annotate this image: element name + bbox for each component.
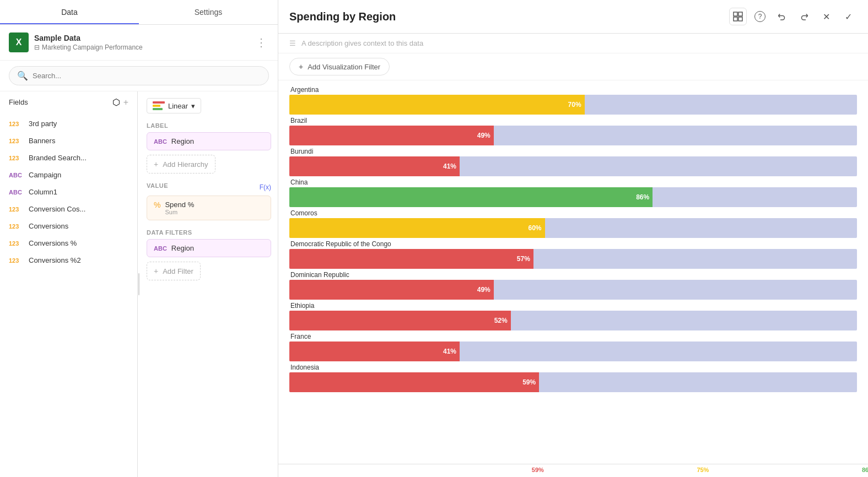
bar-percentage: 86%: [636, 193, 649, 201]
field-name: Conversions %2: [29, 256, 81, 264]
axis-marker: 86%: [862, 467, 868, 473]
bar-row: Dominican Republic 49%: [289, 271, 857, 300]
value-field-name: Spend %: [165, 200, 194, 209]
value-field-info: Spend % Sum: [165, 200, 194, 215]
right-panel: Spending by Region ? ✕ ✓ ☰ A descripti: [278, 0, 868, 477]
bar-label: Argentina: [289, 86, 857, 94]
field-item[interactable]: ABC Column1: [0, 183, 137, 200]
svg-rect-1: [738, 12, 742, 16]
undo-button[interactable]: [773, 8, 791, 25]
bar-label: Dominican Republic: [289, 271, 857, 279]
field-type-label: 123: [9, 223, 24, 230]
search-icon: 🔍: [17, 71, 28, 81]
filter-field-pill[interactable]: ABC Region: [147, 239, 271, 257]
chart-footer: 59%75%86%: [278, 464, 868, 477]
source-icon: X: [9, 32, 29, 52]
field-item[interactable]: 123 Banners: [0, 132, 137, 149]
search-box: 🔍: [9, 66, 269, 85]
bar-fill: 60%: [289, 218, 545, 238]
help-button[interactable]: ?: [751, 8, 769, 25]
bar-label: Democratic Republic of the Congo: [289, 240, 857, 248]
add-filter-icon: +: [299, 62, 303, 71]
config-col: Linear ▾ LABEL ABC Region + Add Hierarch…: [140, 91, 278, 477]
field-type-label: 123: [9, 257, 24, 264]
description-bar: ☰ A description gives context to this da…: [278, 34, 868, 53]
bar-track: 49%: [289, 126, 857, 145]
bar-row: Argentina 70%: [289, 86, 857, 115]
bar-fill: 49%: [289, 280, 494, 300]
resizer[interactable]: [138, 91, 140, 477]
tab-settings[interactable]: Settings: [139, 0, 278, 24]
add-filter-label: Add Filter: [163, 267, 193, 275]
label-field-pill[interactable]: ABC Region: [147, 132, 271, 150]
header-actions: ? ✕ ✓: [729, 8, 857, 25]
chart-type-icon: [153, 101, 165, 110]
add-filter-button[interactable]: + Add Filter: [147, 262, 201, 280]
label-section: LABEL ABC Region + Add Hierarchy: [147, 122, 271, 174]
field-name: Conversion Cos...: [29, 205, 85, 213]
data-filters-section: DATA FILTERS ABC Region + Add Filter: [147, 229, 271, 280]
source-menu-button[interactable]: ⋮: [254, 34, 269, 51]
source-name: Sample Data: [34, 34, 254, 42]
chevron-down-icon: ▾: [191, 102, 195, 110]
bar-label: Burundi: [289, 148, 857, 155]
field-item[interactable]: 123 Conversions %2: [0, 252, 137, 269]
label-section-title: LABEL: [147, 122, 271, 129]
add-hierarchy-button[interactable]: + Add Hierarchy: [147, 155, 215, 174]
field-item[interactable]: 123 Branded Search...: [0, 149, 137, 166]
table-icon: ⊟: [34, 44, 40, 51]
bar-track: 86%: [289, 187, 857, 207]
svg-rect-3: [738, 17, 742, 21]
label-field-type: ABC: [154, 138, 167, 145]
field-item[interactable]: 123 Conversion Cos...: [0, 200, 137, 218]
value-field-pill[interactable]: % Spend % Sum: [147, 196, 271, 220]
value-section: VALUE F(x) % Spend % Sum: [147, 182, 271, 220]
field-name: Banners: [29, 137, 55, 145]
bar-row: Democratic Republic of the Congo 57%: [289, 240, 857, 269]
chart-type-button[interactable]: Linear ▾: [147, 98, 201, 113]
bar-fill: 70%: [289, 95, 585, 115]
bar-percentage: 70%: [568, 101, 581, 109]
bar-percentage: 49%: [477, 286, 490, 294]
field-item[interactable]: 123 Conversions %: [0, 235, 137, 252]
data-filters-title: DATA FILTERS: [147, 229, 271, 236]
field-item[interactable]: 123 Conversions: [0, 218, 137, 235]
field-type-label: ABC: [9, 172, 24, 178]
bar-label: Ethiopia: [289, 302, 857, 310]
bar-row: France 41%: [289, 333, 857, 361]
field-type-label: 123: [9, 121, 24, 127]
value-section-title: VALUE: [147, 182, 168, 189]
add-visualization-filter-button[interactable]: + Add Visualization Filter: [289, 58, 390, 75]
bar-percentage: 59%: [522, 378, 536, 386]
add-field-button[interactable]: +: [123, 97, 128, 107]
left-panel: Data Settings X Sample Data ⊟ Marketing …: [0, 0, 278, 477]
axis-marker: 75%: [697, 467, 709, 473]
description-text: A description gives context to this data: [301, 39, 423, 47]
field-type-label: 123: [9, 138, 24, 144]
fields-list: 123 3rd party 123 Banners 123 Branded Se…: [0, 113, 137, 477]
bar-fill: 41%: [289, 156, 460, 176]
fx-link[interactable]: F(x): [260, 183, 271, 191]
tab-data[interactable]: Data: [0, 0, 139, 24]
bar-track: 52%: [289, 311, 857, 330]
bar-label: Brazil: [289, 117, 857, 124]
bar-label: France: [289, 333, 857, 340]
bar-row: Burundi 41%: [289, 148, 857, 176]
brain-icon: ⬡: [112, 97, 120, 107]
field-name: 3rd party: [29, 120, 57, 128]
bar-track: 49%: [289, 280, 857, 300]
field-item[interactable]: ABC Campaign: [0, 166, 137, 183]
bar-fill: 59%: [289, 372, 539, 392]
search-input[interactable]: [33, 72, 261, 80]
fields-header: Fields ⬡ +: [0, 91, 137, 113]
add-filter-icon: +: [154, 267, 158, 275]
add-hierarchy-label: Add Hierarchy: [163, 160, 208, 169]
close-button[interactable]: ✕: [817, 8, 835, 25]
label-field-name: Region: [171, 137, 194, 145]
grid-view-button[interactable]: [729, 8, 747, 25]
chart-header: Spending by Region ? ✕ ✓: [278, 0, 868, 34]
redo-button[interactable]: [795, 8, 813, 25]
field-type-label: 123: [9, 206, 24, 213]
confirm-button[interactable]: ✓: [839, 8, 857, 25]
field-item[interactable]: 123 3rd party: [0, 115, 137, 132]
